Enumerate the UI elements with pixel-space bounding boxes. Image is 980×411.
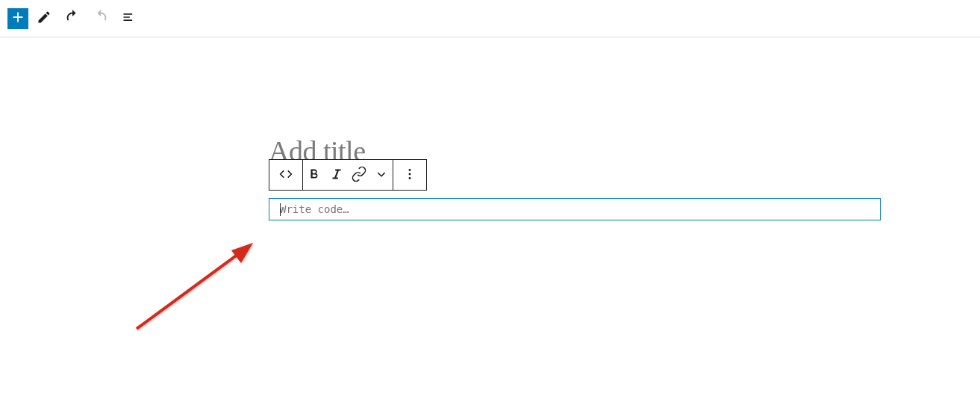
content-structure-button[interactable] [116,6,142,31]
bold-button[interactable] [303,160,325,190]
italic-icon [328,166,345,185]
code-icon [278,166,294,185]
more-vertical-icon [402,166,418,185]
block-more-options-button[interactable] [393,160,426,190]
redo-icon [93,9,109,28]
more-formatting-button[interactable] [370,160,393,190]
svg-point-2 [409,177,411,179]
undo-button[interactable] [60,6,85,31]
block-type-group [269,160,303,190]
bold-icon [306,166,322,185]
formatting-group [303,160,393,190]
annotation-arrow [131,239,265,336]
block-type-button[interactable] [269,160,302,190]
link-icon [351,166,367,185]
edit-mode-button[interactable] [31,6,57,31]
svg-point-0 [409,169,411,171]
svg-point-1 [409,173,411,175]
list-icon [122,10,137,27]
italic-button[interactable] [325,160,348,190]
top-toolbar [0,0,980,37]
block-toolbar [269,159,427,191]
add-block-button[interactable] [7,8,28,29]
pencil-icon [37,10,52,27]
svg-line-3 [137,248,246,329]
link-button[interactable] [348,160,370,190]
block-options-group [393,160,426,190]
undo-icon [64,9,81,28]
plus-icon [10,9,26,28]
redo-button[interactable] [88,6,113,31]
svg-marker-4 [231,243,253,263]
editor-area: Add title [0,37,980,105]
code-placeholder: Write code… [280,203,349,215]
code-block-input[interactable]: Write code… [269,198,881,220]
chevron-down-icon [373,166,390,185]
